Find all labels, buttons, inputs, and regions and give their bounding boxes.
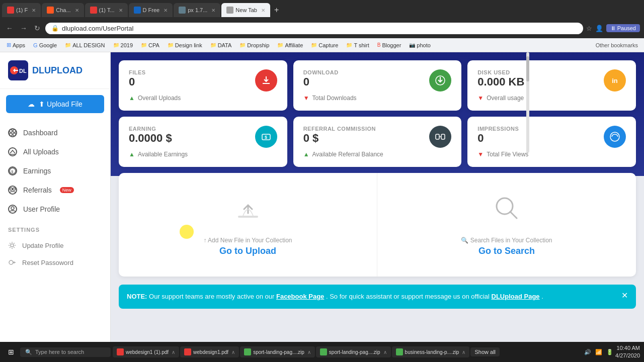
update-profile-item[interactable]: Update Profile [0, 237, 110, 254]
bookmark-data[interactable]: 📁 DATA [207, 41, 235, 49]
address-bar-icons: ☆ 👤 ⏸ Paused [586, 24, 640, 32]
search-placeholder: Type here to search [35, 349, 84, 355]
forward-button[interactable]: → [18, 23, 29, 33]
taskbar-right: 🔊 📶 🔋 10:40 AM 4/27/2020 [584, 344, 640, 360]
app-close[interactable]: ∧ [172, 349, 175, 355]
search-sub-text: 🔍 Search Files in Your Collection [461, 237, 552, 244]
reset-password-label: Reset Passoword [22, 259, 73, 266]
address-bar: ← → ↻ 🔒 dlupload.com/UserPortal ☆ 👤 ⏸ Pa… [0, 18, 644, 38]
taskbar-app-5[interactable]: business-landing-p....zip ∧ [392, 346, 470, 357]
bookmark-alldesign[interactable]: 📁 ALL DESIGN [61, 41, 108, 49]
upload-sub-text: ↑ Add New File in Your Collection [203, 237, 292, 244]
bookmark-designlink[interactable]: 📁 Design link [164, 41, 206, 49]
notice-close-button[interactable]: ✕ [621, 291, 628, 300]
bookmark-label: Capture [318, 42, 338, 48]
bookmark-2019[interactable]: 📁 2019 [110, 41, 136, 49]
scrollbar-track[interactable] [526, 52, 529, 153]
dashboard-icon [8, 128, 17, 137]
taskbar-app-1[interactable]: webdesign1 (1).pdf ∧ [113, 346, 179, 357]
download-footer: Total Downloads [312, 95, 357, 102]
new-tab-button[interactable]: + [271, 6, 282, 15]
tab-close[interactable]: ✕ [32, 8, 36, 13]
bookmark-dropship[interactable]: 📁 Dropship [236, 41, 273, 49]
apps-icon: ⊞ [7, 42, 11, 48]
bookmark-apps[interactable]: ⊞ Apps [3, 41, 29, 49]
notice-text: NOTE: Our support teams are mostly activ… [127, 292, 616, 302]
back-button[interactable]: ← [4, 23, 15, 33]
impressions-card: IMPRESSIONS 0 ▼ [467, 117, 636, 167]
reset-password-item[interactable]: Reset Passoword [0, 254, 110, 271]
bookmark-star-icon[interactable]: ☆ [586, 25, 592, 32]
blogger-icon: B [377, 42, 381, 48]
bookmark-google[interactable]: G Google [30, 41, 60, 49]
tab-close[interactable]: ✕ [119, 8, 123, 13]
show-all-button[interactable]: Show all [470, 347, 500, 356]
sidebar-item-referrals[interactable]: Referrals New [0, 180, 110, 200]
tab-active[interactable]: New Tab ✕ [221, 3, 270, 17]
go-to-search-link[interactable]: Go to Search [478, 246, 535, 256]
other-bookmarks[interactable]: Other bookmarks [593, 41, 641, 49]
tab-4[interactable]: D Free ✕ [129, 3, 173, 17]
tab-close[interactable]: ✕ [261, 8, 265, 13]
tab-2[interactable]: Cha... ✕ [42, 3, 84, 17]
sidebar-item-all-uploads[interactable]: All Uploads [0, 142, 110, 161]
disk-icon: in [604, 69, 626, 92]
go-to-search-card[interactable]: 🔍 Search Files in Your Collection Go to … [377, 173, 636, 277]
app-close[interactable]: ∧ [231, 349, 235, 355]
refresh-button[interactable]: ↻ [32, 23, 42, 33]
dlupload-page-link[interactable]: DLUpload Page [492, 293, 540, 300]
tab-close[interactable]: ✕ [164, 8, 168, 13]
sidebar-item-earnings[interactable]: $ Earnings [0, 161, 110, 180]
start-button[interactable]: ⊞ [4, 346, 18, 358]
bookmark-tshirt[interactable]: 📁 T shirt [343, 41, 372, 49]
profile-icon[interactable]: 👤 [595, 25, 603, 32]
taskbar-app-3[interactable]: sport-landing-pag....zip ∧ [240, 346, 315, 357]
bookmark-label: DATA [218, 42, 232, 48]
update-profile-label: Update Profile [22, 242, 63, 249]
bookmark-capture[interactable]: 📁 Capture [307, 41, 342, 49]
taskbar-search[interactable]: 🔍 Type here to search [20, 347, 111, 357]
bookmark-cpa[interactable]: 📁 CPA [137, 41, 163, 49]
facebook-page-link[interactable]: Facebook Page [276, 293, 324, 300]
tab-3[interactable]: (1) T... ✕ [85, 3, 128, 17]
clock-time: 10:40 AM [615, 344, 640, 352]
taskbar-left: ⊞ 🔍 Type here to search [4, 346, 111, 358]
tab-5[interactable]: px 1.7... ✕ [174, 3, 220, 17]
bookmark-affiliate[interactable]: 📁 Affiliate [274, 41, 306, 49]
sidebar-item-dashboard[interactable]: Dashboard [0, 123, 110, 142]
app-close[interactable]: ∧ [383, 349, 387, 355]
go-to-upload-card[interactable]: ↑ Add New File in Your Collection Go to … [119, 173, 377, 277]
pdf-icon [184, 348, 191, 355]
svg-point-12 [11, 207, 14, 210]
app-close[interactable]: ∧ [307, 349, 311, 355]
tab-close[interactable]: ✕ [75, 8, 79, 13]
arrow-down-icon: ▼ [477, 151, 484, 158]
upload-file-button[interactable]: ☁ ⬆ Upload File [6, 95, 104, 113]
logo-area: DL DLUPLOAD [0, 52, 110, 89]
tab-close[interactable]: ✕ [211, 8, 215, 13]
stats-grid-top: FILES 0 ▲ Ove [119, 60, 636, 111]
all-uploads-label: All Uploads [23, 148, 59, 156]
logo-name: DLUPLOAD [32, 65, 83, 75]
zip-icon [320, 348, 327, 355]
action-section: ↑ Add New File in Your Collection Go to … [119, 173, 636, 277]
app-close[interactable]: ∧ [462, 349, 465, 355]
bookmark-blogger[interactable]: B Blogger [374, 41, 405, 49]
scrollbar-thumb[interactable] [526, 56, 529, 81]
logo: DL DLUPLOAD [8, 60, 102, 80]
taskbar-app-2[interactable]: webdesign1.pdf ∧ [180, 346, 239, 357]
content-inner: FILES 0 ▲ Ove [111, 52, 644, 317]
sidebar-item-user-profile[interactable]: User Profile [0, 200, 110, 219]
tab-1[interactable]: (1) F ✕ [2, 3, 41, 17]
go-to-upload-link[interactable]: Go to Upload [219, 246, 276, 256]
lock-icon: 🔒 [51, 25, 59, 32]
taskbar-app-4[interactable]: sport-landing-pag....zip ∧ [316, 346, 391, 357]
bookmark-photo[interactable]: 📷 photo [406, 41, 434, 49]
url-bar[interactable]: 🔒 dlupload.com/UserPortal [45, 23, 583, 34]
bookmark-label: Apps [13, 42, 25, 48]
upload-cloud-icon: ☁ [28, 100, 35, 108]
pdf-icon [117, 348, 124, 355]
bookmarks-bar: ⊞ Apps G Google 📁 ALL DESIGN 📁 2019 📁 CP… [0, 38, 644, 52]
notice-suffix: . [541, 293, 543, 300]
app-label: sport-landing-pag....zip [329, 349, 380, 355]
